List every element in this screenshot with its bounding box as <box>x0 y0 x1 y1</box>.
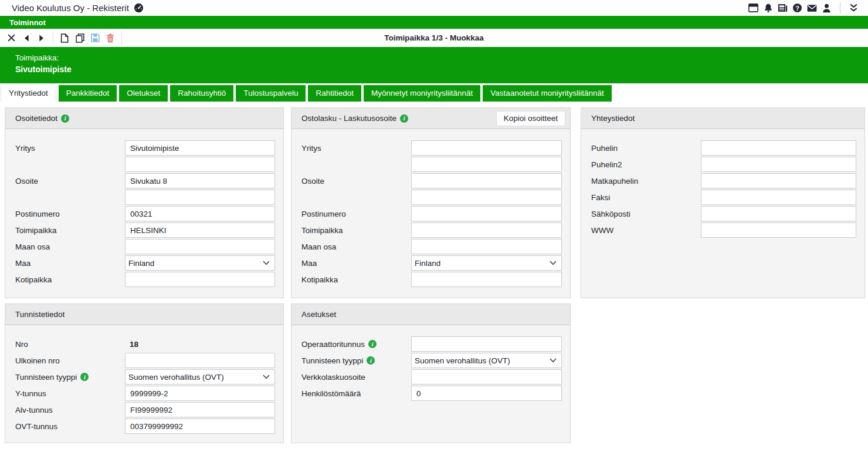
panel-yhteystiedot-header: Yhteystiedot <box>581 108 864 129</box>
ovt-tunnus-label: OVT-tunnus <box>15 422 125 431</box>
ulkoinen-nro-input[interactable] <box>125 353 275 368</box>
titlebar-actions: ? <box>746 2 861 15</box>
laskutus-maan-osa-input[interactable] <box>411 239 562 254</box>
info-icon[interactable]: i <box>61 114 69 123</box>
laskutus-yritys-input[interactable] <box>411 140 562 156</box>
info-icon[interactable]: i <box>368 340 377 348</box>
panel-asetukset-header: Asetukset <box>291 304 570 325</box>
window-icon[interactable] <box>746 2 761 15</box>
user-icon[interactable] <box>819 2 834 15</box>
panel-ostolasku-body: Yritys Osoite Postinumero Toimipaikka Ma… <box>291 129 570 287</box>
collapse-icon[interactable] <box>846 2 861 15</box>
help-icon[interactable]: ? <box>790 2 805 15</box>
panel-osoitetiedot: Osoitetiedoti Yritys Osoite Postinumero … <box>5 107 284 298</box>
nro-label: Nro <box>15 340 125 349</box>
tab-myonnetyt-moniyritysliitannat[interactable]: Myönnetyt moniyritysliitännät <box>364 85 480 102</box>
toolbar-divider <box>121 31 122 45</box>
kotipaikka-input[interactable] <box>125 272 275 287</box>
copy-addresses-button[interactable]: Kopioi osoitteet <box>496 111 565 126</box>
yritys-label: Yritys <box>15 144 125 153</box>
puhelin2-input[interactable] <box>701 157 856 172</box>
laskutus-maa-select[interactable]: Finland <box>411 255 562 271</box>
panel-asetukset-body: Operaattoritunnusi Tunnisteen tyyppii Su… <box>291 325 570 401</box>
toolbar-title: Toimipaikka 1/3 - Muokkaa <box>0 33 868 42</box>
panel-yhteystiedot-body: Puhelin Puhelin2 Matkapuhelin Faksi Sähk… <box>581 129 864 238</box>
matkapuhelin-label: Matkapuhelin <box>591 177 701 186</box>
osoite-label: Osoite <box>15 177 125 186</box>
yritys2-input[interactable] <box>125 157 275 172</box>
maa-select[interactable]: Finland <box>125 255 275 271</box>
laskutus-toimipaikka-input[interactable] <box>411 222 562 238</box>
postinumero-label: Postinumero <box>301 210 411 218</box>
y-tunnus-label: Y-tunnus <box>15 389 125 398</box>
tab-tulostuspalvelu[interactable]: Tulostuspalvelu <box>236 85 306 102</box>
faksi-input[interactable] <box>701 190 856 205</box>
tab-vastaanotetut-moniyritysliitannat[interactable]: Vastaanotetut moniyritysliitännät <box>483 85 611 102</box>
panel-title: Asetukset <box>301 310 336 319</box>
save-icon[interactable] <box>87 31 103 45</box>
titlebar-divider <box>840 2 840 14</box>
info-icon[interactable]: i <box>400 114 408 123</box>
tab-rahoitusyhtio[interactable]: Rahoitusyhtiö <box>170 85 233 102</box>
toimipaikka-input[interactable] <box>125 222 275 238</box>
osoite2-input[interactable] <box>125 190 275 205</box>
yritys-input[interactable] <box>125 140 275 156</box>
postinumero-input[interactable] <box>125 206 275 221</box>
new-record-icon[interactable] <box>57 31 72 45</box>
gauge-icon <box>134 3 144 13</box>
toimipaikka-label: Toimipaikka <box>15 226 125 235</box>
matkapuhelin-input[interactable] <box>701 173 856 188</box>
prev-record-icon[interactable] <box>19 31 34 45</box>
maa-label: Maa <box>301 259 411 268</box>
info-icon[interactable]: i <box>367 356 375 365</box>
maan-osa-input[interactable] <box>125 239 275 254</box>
www-input[interactable] <box>701 222 856 238</box>
info-icon[interactable]: i <box>80 373 89 381</box>
panel-tunnistetiedot-body: Nro 18 Ulkoinen nro Tunnisteen tyyppii S… <box>5 325 283 434</box>
verkkolaskuosoite-label: Verkkolaskuosoite <box>301 373 411 382</box>
tab-oletukset[interactable]: Oletukset <box>119 85 168 102</box>
osoite-input[interactable] <box>125 173 275 188</box>
copy-record-icon[interactable] <box>72 31 87 45</box>
record-name: Sivutoimipiste <box>15 65 853 74</box>
app-title: Video Koulutus Oy - Rekisterit <box>12 3 129 13</box>
panel-tunnistetiedot: Tunnistetiedot Nro 18 Ulkoinen nro Tunni… <box>5 303 284 443</box>
faksi-label: Faksi <box>591 193 701 202</box>
panel-osoitetiedot-header: Osoitetiedoti <box>5 108 283 129</box>
kotipaikka-label: Kotipaikka <box>15 275 125 284</box>
tab-pankkitiedot[interactable]: Pankkitiedot <box>59 85 117 102</box>
tab-rahtitiedot[interactable]: Rahtitiedot <box>308 85 361 102</box>
close-icon[interactable] <box>4 31 19 45</box>
panel-yhteystiedot: Yhteystiedot Puhelin Puhelin2 Matkapuhel… <box>581 107 865 298</box>
tunnisteen-tyyppi-select[interactable]: Suomen verohallitus (OVT) <box>125 369 275 385</box>
laskutus-osoite2-input[interactable] <box>411 190 562 205</box>
menu-toiminnot[interactable]: Toiminnot <box>9 18 46 27</box>
verkkolaskuosoite-input[interactable] <box>411 369 562 385</box>
toolbar-divider <box>53 31 53 45</box>
maan-osa-label: Maan osa <box>301 242 411 251</box>
tab-yritystiedot[interactable]: Yritystiedot <box>1 85 56 102</box>
alv-tunnus-input[interactable] <box>125 402 275 417</box>
laskutus-kotipaikka-input[interactable] <box>411 272 562 287</box>
y-tunnus-input[interactable] <box>125 386 275 401</box>
www-label: WWW <box>591 226 701 235</box>
bell-icon[interactable] <box>761 2 775 15</box>
puhelin2-label: Puhelin2 <box>591 160 701 169</box>
next-record-icon[interactable] <box>34 31 49 45</box>
asetukset-tunnisteen-tyyppi-select[interactable]: Suomen verohallitus (OVT) <box>411 353 562 368</box>
henkilostomaara-label: Henkilöstömäärä <box>301 389 411 398</box>
laskutus-yritys2-input[interactable] <box>411 157 562 172</box>
laskutus-postinumero-input[interactable] <box>411 206 562 221</box>
mail-icon[interactable] <box>805 2 819 15</box>
puhelin-input[interactable] <box>701 140 856 156</box>
sahkoposti-input[interactable] <box>701 206 856 221</box>
henkilostomaara-input[interactable] <box>411 386 562 401</box>
toolbar: Toimipaikka 1/3 - Muokkaa <box>0 29 868 47</box>
newspaper-icon[interactable] <box>775 2 790 15</box>
operaattoritunnus-input[interactable] <box>411 336 562 352</box>
panel-ostolasku-laskutusosoite: Ostolasku - Laskutusosoitei Kopioi osoit… <box>291 107 571 298</box>
ovt-tunnus-input[interactable] <box>125 419 275 434</box>
panel-title: Osoitetiedot <box>15 114 57 123</box>
delete-icon[interactable] <box>103 31 118 45</box>
laskutus-osoite-input[interactable] <box>411 173 562 188</box>
